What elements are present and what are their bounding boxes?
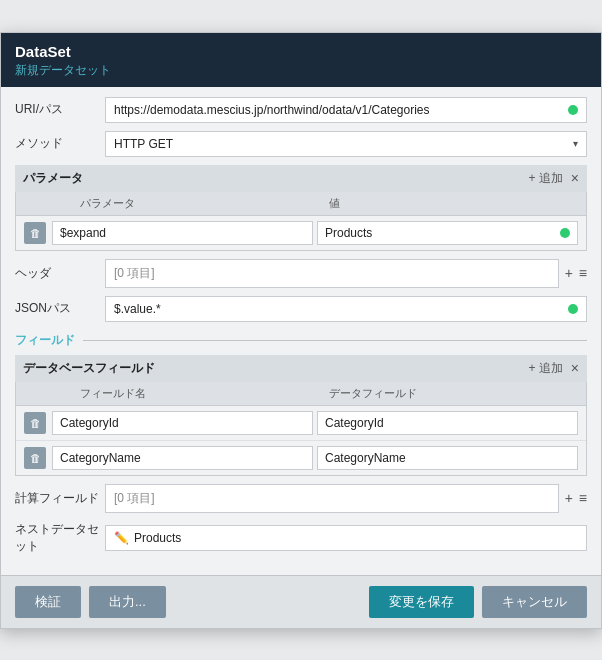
params-section-header: パラメータ + 追加 × xyxy=(15,165,587,192)
chevron-down-icon: ▾ xyxy=(573,138,578,149)
params-col-value: 値 xyxy=(329,196,578,211)
db-col-fieldname: フィールド名 xyxy=(80,386,329,401)
dialog-title: DataSet xyxy=(15,43,587,60)
dialog-header: DataSet 新規データセット xyxy=(1,33,601,87)
db-row-1: 🗑 CategoryId CategoryId xyxy=(16,406,586,441)
uri-label: URI/パス xyxy=(15,101,105,118)
params-table-header: パラメータ 値 xyxy=(16,192,586,216)
dialog-body: URI/パス https://demodata.mescius.jp/north… xyxy=(1,87,601,575)
computed-value[interactable]: [0 項目] xyxy=(105,484,559,513)
params-delete-button-1[interactable]: 🗑 xyxy=(24,222,46,244)
nested-label: ネストデータセット xyxy=(15,521,105,555)
uri-row: URI/パス https://demodata.mescius.jp/north… xyxy=(15,97,587,123)
dataset-dialog: DataSet 新規データセット URI/パス https://demodata… xyxy=(0,32,602,629)
param-name-field-1[interactable]: $expand xyxy=(52,221,313,245)
params-close-button[interactable]: × xyxy=(571,170,579,186)
db-fieldname-2[interactable]: CategoryName xyxy=(52,446,313,470)
save-button[interactable]: 変更を保存 xyxy=(369,586,474,618)
uri-value[interactable]: https://demodata.mescius.jp/northwind/od… xyxy=(105,97,587,123)
params-row-1: 🗑 $expand Products xyxy=(16,216,586,250)
dialog-subtitle: 新規データセット xyxy=(15,62,587,79)
computed-label: 計算フィールド xyxy=(15,490,105,507)
dialog-footer: 検証 出力... 変更を保存 キャンセル xyxy=(1,575,601,628)
db-fields-section-title: データベースフィールド xyxy=(23,360,155,377)
db-fields-table: フィールド名 データフィールド 🗑 CategoryId CategoryId … xyxy=(15,382,587,476)
json-status-dot xyxy=(568,304,578,314)
json-path-value[interactable]: $.value.* xyxy=(105,296,587,322)
header-menu-button[interactable]: ≡ xyxy=(579,265,587,281)
method-label: メソッド xyxy=(15,135,105,152)
db-delete-button-1[interactable]: 🗑 xyxy=(24,412,46,434)
db-datafield-2[interactable]: CategoryName xyxy=(317,446,578,470)
json-path-row: JSONパス $.value.* xyxy=(15,296,587,322)
computed-row: 計算フィールド [0 項目] + ≡ xyxy=(15,484,587,513)
cancel-button[interactable]: キャンセル xyxy=(482,586,587,618)
db-delete-button-2[interactable]: 🗑 xyxy=(24,447,46,469)
export-button[interactable]: 出力... xyxy=(89,586,166,618)
fields-divider-line xyxy=(83,340,587,341)
uri-status-dot xyxy=(568,105,578,115)
fields-section-title: フィールド xyxy=(15,332,75,349)
db-fieldname-1[interactable]: CategoryId xyxy=(52,411,313,435)
db-row-2: 🗑 CategoryName CategoryName xyxy=(16,441,586,475)
pencil-icon: ✏️ xyxy=(114,531,129,545)
params-section-title: パラメータ xyxy=(23,170,83,187)
db-fields-section-actions: + 追加 × xyxy=(528,360,579,377)
computed-menu-button[interactable]: ≡ xyxy=(579,490,587,506)
params-col-param: パラメータ xyxy=(80,196,329,211)
param-status-dot-1 xyxy=(560,228,570,238)
db-datafield-1[interactable]: CategoryId xyxy=(317,411,578,435)
params-table: パラメータ 値 🗑 $expand Products xyxy=(15,192,587,251)
db-fields-section: データベースフィールド + 追加 × フィールド名 データフィールド 🗑 xyxy=(15,355,587,476)
param-value-field-1[interactable]: Products xyxy=(317,221,578,245)
header-add-button[interactable]: + xyxy=(565,265,573,281)
db-fields-add-button[interactable]: + 追加 xyxy=(528,360,562,377)
nested-value[interactable]: ✏️ Products xyxy=(105,525,587,551)
db-fields-table-header: フィールド名 データフィールド xyxy=(16,382,586,406)
method-row: メソッド HTTP GET ▾ xyxy=(15,131,587,157)
validate-button[interactable]: 検証 xyxy=(15,586,81,618)
params-section-actions: + 追加 × xyxy=(528,170,579,187)
db-fields-section-header: データベースフィールド + 追加 × xyxy=(15,355,587,382)
fields-divider: フィールド xyxy=(15,332,587,349)
db-fields-close-button[interactable]: × xyxy=(571,360,579,376)
header-value[interactable]: [0 項目] xyxy=(105,259,559,288)
computed-icons: + ≡ xyxy=(565,490,587,506)
db-col-datafield: データフィールド xyxy=(329,386,578,401)
json-path-label: JSONパス xyxy=(15,300,105,317)
nested-row: ネストデータセット ✏️ Products xyxy=(15,521,587,555)
method-select[interactable]: HTTP GET ▾ xyxy=(105,131,587,157)
header-icons: + ≡ xyxy=(565,265,587,281)
header-row: ヘッダ [0 項目] + ≡ xyxy=(15,259,587,288)
header-label: ヘッダ xyxy=(15,265,105,282)
computed-add-button[interactable]: + xyxy=(565,490,573,506)
params-add-button[interactable]: + 追加 xyxy=(528,170,562,187)
